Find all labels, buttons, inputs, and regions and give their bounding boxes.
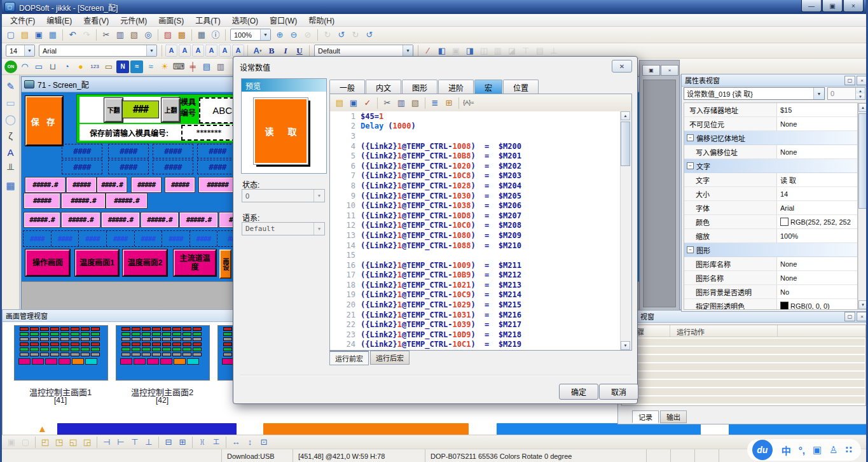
maximize-icon[interactable]: ▢ [844,76,855,85]
hmi-blue-field[interactable]: #### [79,231,107,246]
note-pad-icon[interactable]: N [116,60,129,73]
text-align-bottom-icon[interactable]: A [232,45,244,57]
ime-skin-icon[interactable]: ∷ [846,444,852,456]
menu-item[interactable]: 窗口(W) [264,13,303,27]
space-vertical-icon[interactable]: 工 [210,436,223,449]
copy-icon[interactable]: ▥ [395,97,408,109]
property-value[interactable]: None [777,120,857,128]
hmi-page-up-button[interactable]: 上翻 [162,98,180,122]
new-file-icon[interactable]: ▢ [4,29,17,41]
scroll-down-icon[interactable]: ▼ [858,300,867,309]
hmi-pink-display[interactable]: #####.# [102,213,139,227]
curve-chart-icon[interactable]: ≈ [130,60,143,73]
text-align-left-icon[interactable]: A [165,45,177,57]
goto-line-icon[interactable]: ≣ [429,97,441,109]
font-color-icon[interactable]: A▾ [251,45,264,57]
center-vertical-icon[interactable]: ⊞ [176,436,189,449]
polyline-tool-icon[interactable]: ζ [4,129,17,142]
redo-action-icon[interactable]: ↻ [321,29,334,41]
element-selector-combo[interactable]: 设常数值_019 {读 取} ▼ [684,87,825,100]
restore-icon[interactable]: ▣ [642,65,660,76]
object-frame-icon[interactable]: ◧ [436,45,448,57]
collapse-icon[interactable]: − [687,134,694,141]
language-combo[interactable]: Default ▼ [242,222,325,235]
hmi-pink-display[interactable]: ##### [24,193,60,208]
property-value[interactable]: Arial [777,204,857,212]
rectangle-tool-icon[interactable]: ▭ [4,96,17,109]
ok-button[interactable]: 确定 [559,384,598,400]
property-value[interactable]: RGB(0, 0, 0) [777,302,857,310]
text-align-top-icon[interactable]: A [205,45,217,57]
font-size-combo[interactable]: 14 ▼ [6,45,35,57]
dialog-tab[interactable]: 图形 [402,80,437,94]
make-same-size-icon[interactable]: ⊡ [258,436,270,449]
add-screen-icon[interactable]: ▨ [162,29,174,41]
redo-icon[interactable]: ↷ [80,29,93,41]
scale-tool-icon[interactable]: ╨ [4,162,17,175]
hmi-numeric-field[interactable]: #### [62,144,102,158]
ime-user-icon[interactable]: ♙ [829,444,837,456]
property-value[interactable]: RGB(252, 252, 252 [777,218,857,226]
macro-code-editor[interactable]: 1$45=12Delay (1000)34({Link2}1@TEMP_CTRL… [330,111,621,350]
hmi-blue-field[interactable]: #### [107,231,135,246]
bring-forward-icon[interactable]: ◱ [67,436,79,449]
menu-item[interactable]: 编辑(E) [41,13,78,27]
about-icon[interactable]: ⓘ [209,29,222,41]
collapse-icon[interactable]: − [687,246,694,253]
rotate-cw-icon[interactable]: ↻ [349,29,362,41]
ime-punctuation-icon[interactable]: °, [799,445,805,456]
menu-item[interactable]: 文件(F) [4,13,41,27]
style-combo[interactable]: Default ▼ [314,45,413,57]
screen-thumbnail-partial[interactable] [56,422,238,435]
macro-check-icon[interactable]: ✓ [361,97,374,109]
align-top-edge-icon[interactable]: ⊤ [520,45,532,57]
hmi-numeric-field[interactable]: #### [108,144,149,158]
screen-thumbnail-partial[interactable] [262,422,470,435]
hmi-nav-button[interactable]: 主流道温度 [174,249,216,276]
half-meter-icon[interactable]: ◔ [60,60,73,73]
dialog-tab[interactable]: 宏 [474,80,502,94]
meter-icon[interactable]: ◠ [18,60,31,73]
hmi-numeric-field[interactable]: #### [108,160,149,174]
hmi-pink-display[interactable]: #####.# [106,193,147,208]
align-horizontal-center-icon[interactable]: ▥ [492,45,504,57]
screen-thumbnail[interactable] [116,325,210,381]
text-align-right-icon[interactable]: A [192,45,204,57]
screen-thumbnail[interactable] [14,325,108,381]
macro-phase-tab[interactable]: 运行前宏 [329,351,369,365]
register-assign-icon[interactable]: {A}= [462,97,475,109]
hmi-save-button[interactable]: 保 存 [25,96,63,146]
zoom-in-icon[interactable]: ⊕ [273,29,286,41]
hmi-pink-display[interactable]: ###### [199,178,236,192]
menu-item[interactable]: 查看(V) [78,13,114,27]
ime-toolbox-icon[interactable]: ▣ [813,444,822,456]
save-all-icon[interactable]: ▦ [46,29,59,41]
hmi-pink-display[interactable]: #####.# [62,213,100,227]
property-value[interactable]: None [777,274,857,282]
cut-icon[interactable]: ✂ [381,97,394,109]
zoom-out-icon[interactable]: ⊖ [287,29,300,41]
align-bottom-icon[interactable]: ⊥ [142,436,155,449]
send-to-back-icon[interactable]: ◳ [53,436,65,449]
hmi-numeric-field[interactable]: #### [153,144,193,158]
hmi-blue-field[interactable]: #### [162,231,190,246]
close-icon[interactable]: × [857,312,867,321]
hmi-pink-display[interactable]: ##### [67,178,96,192]
pen-tool-icon[interactable]: ✎ [4,80,17,92]
hmi-pink-display[interactable]: #####.# [180,213,217,227]
scroll-up-icon[interactable]: ▲ [858,103,867,112]
character-display-icon[interactable]: ▭ [102,60,115,73]
dialog-tab[interactable]: 位置 [503,80,539,94]
align-left-edge-icon[interactable]: ◫ [478,45,490,57]
close-icon[interactable]: × [857,76,867,85]
bold-icon[interactable]: B [265,45,278,57]
property-panel-title-bar[interactable]: 属性表视窗 ▢ × [682,74,868,87]
menu-item[interactable]: 工具(T) [189,13,226,27]
property-section[interactable]: −图形 [684,243,857,257]
numeric-display-icon[interactable]: ▭ [32,60,45,73]
close-icon[interactable]: × [661,65,679,76]
spinner-down-icon[interactable]: ▼ [856,94,865,99]
hmi-pink-display[interactable]: ####.# [97,178,127,192]
paste-icon[interactable]: ▧ [409,97,422,109]
undo-action-icon[interactable]: ↺ [335,29,348,41]
